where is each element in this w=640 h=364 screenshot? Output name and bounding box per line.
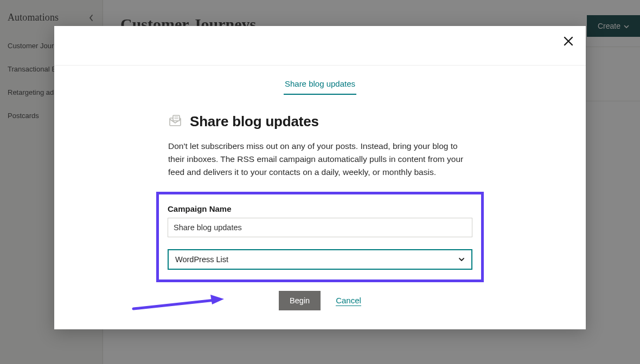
tab-label: Share blog updates — [285, 79, 355, 88]
modal-description: Don't let subscribers miss out on any of… — [168, 140, 472, 179]
list-select[interactable]: WordPress List — [168, 249, 472, 270]
close-button[interactable] — [563, 36, 574, 47]
begin-button[interactable]: Begin — [279, 291, 321, 310]
heading-row: Share blog updates — [168, 113, 472, 130]
cancel-link[interactable]: Cancel — [336, 296, 361, 306]
envelope-document-icon — [168, 114, 182, 130]
begin-button-label: Begin — [290, 296, 310, 305]
modal-content: Share blog updates Don't let subscribers… — [168, 113, 472, 310]
cancel-link-label: Cancel — [336, 296, 361, 305]
svg-rect-1 — [173, 115, 180, 121]
share-blog-updates-modal: Share blog updates Share blog updates Do… — [54, 26, 586, 329]
tab-share-blog-updates[interactable]: Share blog updates — [284, 76, 356, 95]
modal-body: Share blog updates Share blog updates Do… — [54, 76, 586, 310]
modal-heading: Share blog updates — [190, 113, 319, 130]
annotation-highlight-box: Campaign Name WordPress List — [156, 192, 484, 282]
list-select-value: WordPress List — [175, 255, 465, 264]
campaign-name-input[interactable] — [168, 218, 472, 237]
close-icon — [563, 36, 574, 47]
modal-actions: Begin Cancel — [168, 291, 472, 310]
divider — [54, 65, 586, 66]
campaign-name-label: Campaign Name — [168, 204, 472, 213]
chevron-down-icon — [458, 255, 465, 264]
